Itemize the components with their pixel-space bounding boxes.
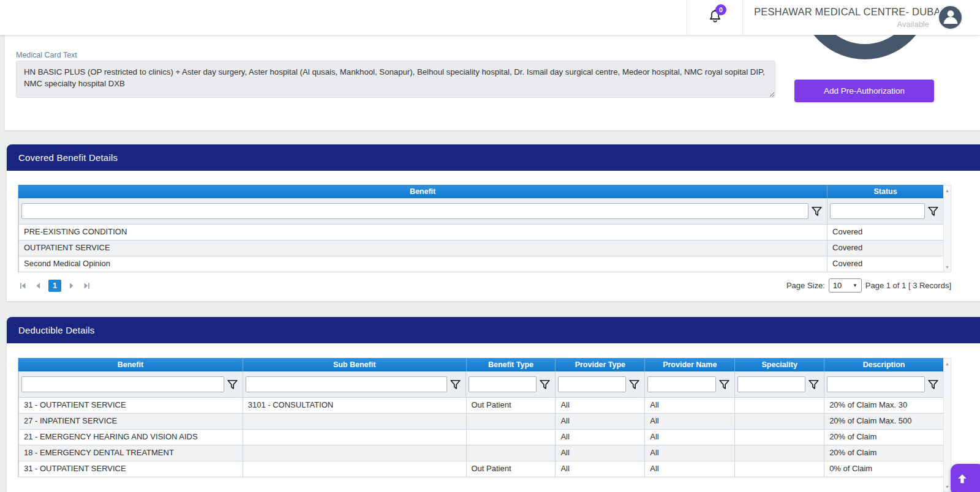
table-row[interactable]: 31 - OUTPATIENT SERVICE Out Patient All … [18,461,943,477]
provider-type-cell: All [555,398,644,414]
sub-benefit-cell: 3101 - CONSULTATION [243,398,466,414]
provider-name-filter-input[interactable] [647,376,716,392]
provider-type-cell: All [555,414,644,430]
speciality-cell [734,430,824,445]
notifications-button[interactable]: 0 [687,0,742,35]
benefit-filter-input[interactable] [21,203,809,219]
covered-table-pager: 1 Page Size: 10 ▼ Page 1 of 1 [ 3 Record… [18,278,951,293]
benefit-cell: 21 - EMERGENCY HEARING AND VISION AIDS [18,430,243,445]
benefit-cell: Second Medical Opinion [18,256,827,272]
provider-type-cell: All [555,445,644,461]
provider-name-cell: All [644,461,734,477]
page-size-label: Page Size: [786,281,825,290]
column-header-provider-type[interactable]: Provider Type [555,358,644,371]
column-header-provider-name[interactable]: Provider Name [644,358,734,371]
column-header-sub-benefit[interactable]: Sub Benefit [243,358,466,371]
speciality-cell [734,398,824,414]
benefit-type-cell: Out Patient [466,461,556,477]
page-summary: Page 1 of 1 [ 3 Records] [865,281,951,290]
availability-status: Available [754,20,929,29]
status-cell: Covered [827,225,943,240]
filter-funnel-icon[interactable] [809,203,824,219]
description-cell: 20% of Claim Max. 500 [824,414,943,430]
status-cell: Covered [827,240,943,256]
benefit-cell: 18 - EMERGENCY DENTAL TREATMENT [18,445,243,461]
covered-benefit-details-section: Covered Benefit Details Benefit Status [7,144,980,301]
description-cell: 20% of Claim [824,445,943,461]
sub-benefit-cell [243,430,466,445]
scroll-up-arrow[interactable]: ▲ [944,359,951,368]
filter-funnel-icon[interactable] [626,376,642,392]
filter-funnel-icon[interactable] [925,376,941,392]
provider-type-filter-input[interactable] [558,376,626,392]
table-row[interactable]: PRE-EXISTING CONDITION Covered [18,225,943,240]
covered-filter-row [18,198,943,225]
sub-benefit-cell [243,461,466,477]
profile-ring-image [794,35,935,63]
table-row[interactable]: 21 - EMERGENCY HEARING AND VISION AIDS A… [18,430,943,445]
table-row[interactable]: OUTPATIENT SERVICE Covered [18,240,943,256]
deductible-details-title: Deductible Details [7,317,980,343]
benefit-type-filter-input[interactable] [469,376,537,392]
column-header-speciality[interactable]: Speciality [734,358,824,371]
speciality-cell [734,414,824,430]
table-row[interactable]: 27 - INPATIENT SERVICE All All 20% of Cl… [18,414,943,430]
benefit-cell: 27 - INPATIENT SERVICE [18,414,243,430]
table-row[interactable]: 31 - OUTPATIENT SERVICE 3101 - CONSULTAT… [18,398,943,414]
speciality-cell [734,461,824,477]
benefit-type-cell [466,445,556,461]
speciality-cell [734,445,824,461]
provider-name-cell: All [644,445,734,461]
status-cell: Covered [827,256,943,272]
description-cell: 20% of Claim Max. 30 [824,398,943,414]
filter-funnel-icon[interactable] [537,376,552,392]
filter-funnel-icon[interactable] [716,376,732,392]
page-size-select[interactable]: 10 ▼ [829,278,862,293]
topbar-divider [742,0,743,35]
description-cell: 0% of Claim [824,461,943,477]
sub-benefit-cell [243,445,466,461]
benefit-type-cell [466,430,556,445]
scroll-up-arrow[interactable]: ▲ [944,186,951,195]
filter-funnel-icon[interactable] [925,203,941,219]
add-preauthorization-button[interactable]: Add Pre-Authorization [794,80,934,102]
medical-card-text-label: Medical Card Text [16,51,77,59]
scroll-down-arrow[interactable]: ▼ [944,482,951,491]
last-page-button[interactable] [82,281,92,291]
sub-benefit-filter-input[interactable] [246,376,447,392]
sub-benefit-cell [243,414,466,430]
benefit-cell: 31 - OUTPATIENT SERVICE [18,398,243,414]
scroll-down-arrow[interactable]: ▼ [944,263,951,271]
medical-card-text-field[interactable]: HN BASIC PLUS (OP restricted to clinics)… [16,61,775,98]
user-avatar-icon [940,7,961,29]
deductible-filter-row [18,371,943,398]
provider-name-cell: All [644,398,734,414]
filter-funnel-icon[interactable] [805,376,821,392]
previous-page-button[interactable] [33,281,43,291]
member-summary-card: Medical Card Text HN BASIC PLUS (OP rest… [5,35,980,130]
column-header-description[interactable]: Description [824,358,943,371]
next-page-button[interactable] [67,281,77,291]
first-page-button[interactable] [18,281,28,291]
description-filter-input[interactable] [827,376,925,392]
scroll-to-top-button[interactable] [951,464,980,492]
benefit-filter-input[interactable] [21,376,224,392]
arrow-up-icon [956,472,969,488]
page-number-button[interactable]: 1 [48,280,61,292]
filter-funnel-icon[interactable] [224,376,240,392]
user-avatar[interactable] [938,5,963,30]
provider-name-cell: All [644,414,734,430]
ring-shape [799,35,930,59]
status-filter-input[interactable] [830,203,925,219]
column-header-benefit[interactable]: Benefit [18,358,243,371]
covered-table-scrollbar[interactable]: ▲ ▼ [943,185,951,272]
table-row[interactable]: 18 - EMERGENCY DENTAL TREATMENT All All … [18,445,943,461]
topbar: 0 PESHAWAR MEDICAL CENTRE- DUBAI Availab… [0,0,980,35]
table-row[interactable]: Second Medical Opinion Covered [18,256,943,272]
column-header-benefit[interactable]: Benefit [18,185,827,198]
benefit-type-cell [466,414,556,430]
speciality-filter-input[interactable] [737,376,805,392]
column-header-benefit-type[interactable]: Benefit Type [466,358,556,371]
filter-funnel-icon[interactable] [447,376,463,392]
column-header-status[interactable]: Status [827,185,943,198]
